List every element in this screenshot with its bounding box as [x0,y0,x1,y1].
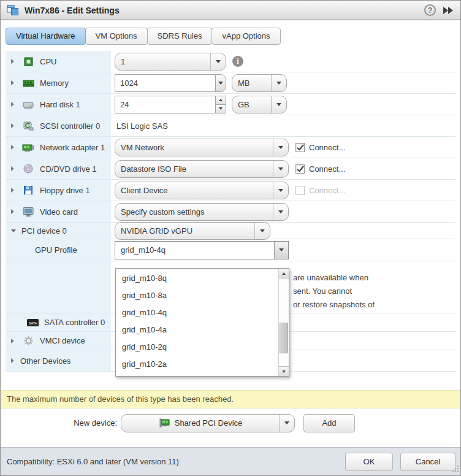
network-dropdown[interactable]: VM Network [115,139,289,156]
memory-input[interactable] [115,74,215,92]
row-floppy: Floppy drive 1 Client Device Connect... [6,180,455,201]
tab-virtual-hardware[interactable]: Virtual Hardware [6,28,86,45]
row-label: Floppy drive 1 [40,186,90,195]
title-bar: Win7x86 - Edit Settings ? [1,1,460,20]
sata-controller-icon: SATA [26,319,39,326]
sata-badge-text: SATA [28,321,37,324]
expand-caret[interactable] [11,123,18,128]
scrollbar-thumb[interactable] [280,323,288,353]
shared-pci-icon [159,418,171,428]
collapse-caret[interactable] [11,229,18,232]
chevron-down-icon[interactable] [271,96,286,113]
gpu-option[interactable]: grid_m10-4a [116,321,278,339]
connect-label: Connect... [309,186,345,195]
row-label: SCSI controller 0 [40,121,100,131]
memory-icon [22,78,34,88]
chevron-down-icon[interactable] [274,242,288,259]
resize-grip[interactable] [452,465,459,474]
expand-caret[interactable] [11,80,18,85]
network-adapter-icon [22,143,34,152]
scroll-down-icon[interactable] [279,366,289,376]
expand-caret[interactable] [11,209,18,214]
ok-button[interactable]: OK [345,453,393,471]
gpu-profile-option-list: grid_m10-8q grid_m10-8a grid_m10-4q grid… [115,268,289,377]
gpu-option[interactable]: grid_m10-2q [116,339,278,356]
spinner-up-icon[interactable] [215,96,226,104]
chevron-down-icon[interactable] [254,223,270,239]
row-label: Network adapter 1 [40,143,105,152]
gpu-option[interactable]: grid_m10-2a [116,356,278,373]
connect-label: Connect... [309,164,345,174]
gpu-option[interactable]: grid_m10-8a [116,287,278,304]
chevron-down-icon[interactable] [279,415,294,432]
tab-vapp-options[interactable]: vApp Options [211,28,280,45]
row-label: Video card [40,207,78,217]
tab-vm-options[interactable]: VM Options [85,28,148,45]
row-gpu-profile: GPU Profile grid_m10-4q [6,239,455,261]
video-card-dropdown[interactable]: Specify custom settings [115,203,289,221]
row-label: Memory [40,79,69,88]
memory-dropdown-button[interactable] [215,74,226,92]
expand-caret[interactable] [11,166,18,171]
row-label: CD/DVD drive 1 [40,164,96,174]
pci-note-text: are unavailable when sent. You cannot or… [293,271,375,312]
gpu-option[interactable]: grid_m10-8q [116,270,278,287]
floppy-dropdown[interactable]: Client Device [115,182,289,199]
gpu-profile-select[interactable]: grid_m10-4q [115,241,289,259]
floppy-connect-checkbox[interactable] [295,186,305,195]
row-cpu: CPU 1 i [6,51,455,72]
cpu-icon [22,56,34,67]
chevron-down-icon[interactable] [273,182,288,199]
cancel-button[interactable]: Cancel [400,453,455,471]
memory-unit-dropdown[interactable]: MB [232,74,287,92]
help-icon[interactable]: ? [424,4,436,16]
spinner-down-icon[interactable] [215,104,226,113]
cd-dvd-connect-checkbox[interactable] [295,164,305,174]
scsi-controller-icon [22,121,34,131]
new-device-dropdown[interactable]: Shared PCI Device [121,414,295,432]
row-label: CPU [40,57,56,66]
row-label: PCI device 0 [21,226,67,236]
chevron-down-icon[interactable] [273,139,288,156]
expand-caret[interactable] [11,339,18,344]
hard-disk-size-input[interactable] [115,96,215,113]
hard-disk-icon [22,100,34,109]
chevron-down-icon[interactable] [210,53,226,70]
cd-dvd-dropdown[interactable]: Datastore ISO File [115,160,289,178]
list-scrollbar[interactable] [278,269,289,376]
info-icon[interactable]: i [232,56,243,67]
row-label: Other Devices [20,356,70,366]
expand-caret[interactable] [11,188,18,193]
row-network-adapter: Network adapter 1 VM Network Connect... [6,137,455,158]
tab-sdrs-rules[interactable]: SDRS Rules [147,28,213,45]
hard-disk-unit-dropdown[interactable]: GB [232,96,287,113]
expand-caret[interactable] [11,358,18,363]
row-label: SATA controller 0 [44,318,105,327]
scsi-controller-value: LSI Logic SAS [115,121,168,131]
floppy-icon [22,185,34,195]
new-device-label: New device: [66,418,117,428]
edit-settings-dialog: Win7x86 - Edit Settings ? Virtual Hardwa… [0,0,461,476]
footer-bar: Compatibility: ESXi 6.0 and later (VM ve… [1,447,460,475]
row-label: GPU Profile [35,245,77,255]
fast-forward-icon[interactable] [442,6,454,15]
cpu-dropdown[interactable]: 1 [115,53,226,71]
expand-caret[interactable] [11,145,18,150]
row-hard-disk: Hard disk 1 GB [6,94,455,115]
chevron-down-icon[interactable] [273,204,288,220]
video-card-icon [22,207,34,217]
chevron-down-icon[interactable] [273,161,288,177]
scroll-up-icon[interactable] [279,269,289,278]
network-connect-checkbox[interactable] [295,143,305,152]
gpu-option[interactable]: grid_m10-4q [116,304,278,321]
row-scsi-controller: SCSI controller 0 LSI Logic SAS [6,115,455,137]
connect-label: Connect... [309,143,345,152]
chevron-down-icon[interactable] [271,75,286,91]
warning-bar: The maximum number of devices of this ty… [1,390,460,409]
expand-caret[interactable] [11,59,18,64]
pci-device-dropdown[interactable]: NVIDIA GRID vGPU [115,222,270,240]
tab-bar: Virtual Hardware VM Options SDRS Rules v… [6,28,460,45]
expand-caret[interactable] [11,102,18,107]
add-button[interactable]: Add [303,414,355,432]
row-cd-dvd: CD/DVD drive 1 Datastore ISO File Connec… [6,158,455,180]
